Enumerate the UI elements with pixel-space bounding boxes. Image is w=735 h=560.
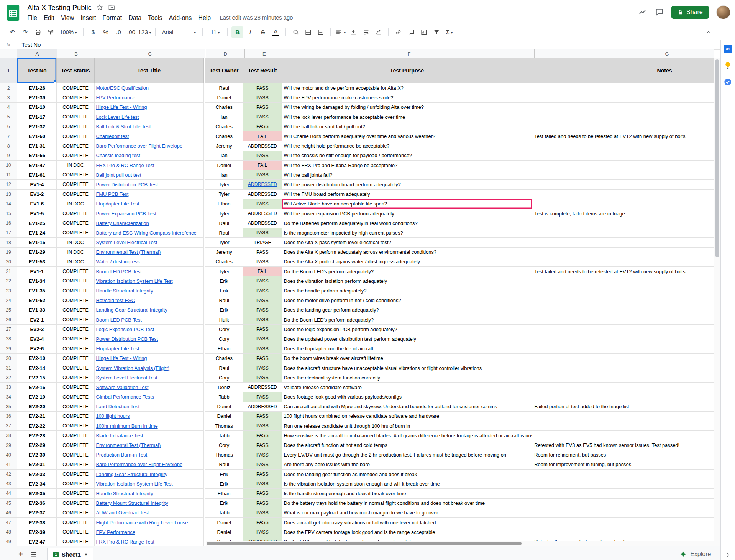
cell-B41[interactable]: COMPLETE [57,460,94,470]
cell-A39[interactable]: EV2-29 [17,440,57,450]
row-header-4[interactable]: 4 [0,103,17,112]
cell-B45[interactable]: COMPLETE [57,499,94,508]
strikethrough-button[interactable]: S [257,26,269,38]
cell-F32[interactable]: Does the electrical system function corr… [282,373,533,383]
cell-F3[interactable]: Will the FPV performance make customers … [282,93,533,103]
sheets-logo[interactable] [7,4,20,21]
test-title-link[interactable]: Vibration Isolation System Life Test [96,481,172,487]
cell-B37[interactable]: COMPLETE [57,421,94,431]
row-header-33[interactable]: 33 [0,383,17,392]
horizontal-scrollbar[interactable] [206,541,714,547]
cell-C32[interactable]: System Level Electrical Test [95,373,204,383]
cell-A22[interactable]: EV1-34 [17,276,57,286]
cell-D22[interactable]: Erik [205,276,243,286]
cell-E7[interactable]: FAIL [243,131,282,141]
cell-F9[interactable]: Will the chassis be stiff enough for pay… [282,151,533,161]
cell-B48[interactable]: COMPLETE [57,527,94,537]
cell-B27[interactable]: COMPLETE [57,325,94,334]
row-header-42[interactable]: 42 [0,470,17,479]
insert-comment-button[interactable] [405,26,417,38]
cell-B15[interactable]: COMPLETE [57,209,94,218]
cell-A29[interactable]: EV2-6 [17,344,57,354]
cell-D13[interactable]: Tyler [205,190,243,199]
decrease-decimal-button[interactable]: .0 [113,26,125,38]
sheet-tab-sheet1[interactable]: 1 Sheet1 ▾ [47,548,93,560]
activity-icon[interactable] [638,8,647,16]
cell-D42[interactable]: Erik [205,470,243,479]
cell-C29[interactable]: Flopdapter Life Test [95,344,204,354]
cell-C6[interactable]: Ball Link & Strut Life Test [95,122,204,131]
cell-F19[interactable]: Does the Alta X perform adequately acros… [282,248,533,257]
cell-G22[interactable] [532,276,714,286]
formula-input[interactable]: Test No [17,42,720,48]
cell-G14[interactable] [532,199,714,209]
cell-E47[interactable]: PASS [243,518,282,527]
cell-D48[interactable]: Daniel [205,527,243,537]
cell-F18[interactable]: Does the Alta X pass system level electr… [282,238,533,247]
cell-A8[interactable]: EV1-31 [17,141,57,151]
cell-F16[interactable]: Do the Batteries perform adequately in r… [282,218,533,228]
cell-G5[interactable] [532,112,714,122]
cell-F34[interactable]: Does footage look good with various payl… [282,392,533,402]
cell-F25[interactable]: Does the landing gear perform adequately… [282,305,533,315]
cell-A30[interactable]: EV2-10 [17,354,57,363]
cell-F37[interactable]: Run one release candidate unit through 1… [282,421,533,431]
text-wrap-button[interactable] [360,26,372,38]
menu-view[interactable]: View [57,14,77,22]
row-header-20[interactable]: 20 [0,257,17,267]
row-header-12[interactable]: 12 [0,180,17,189]
cell-B14[interactable]: IN DOC [57,199,94,209]
cell-A35[interactable]: EV2-20 [17,402,57,412]
cell-B35[interactable]: COMPLETE [57,402,94,412]
row-header-22[interactable]: 22 [0,276,17,286]
test-title-link[interactable]: Water / dust ingress [96,259,139,264]
test-title-link[interactable]: Handle Structural Integrity [96,491,153,496]
test-title-link[interactable]: Hot/cold test ESC [96,297,135,303]
row-header-38[interactable]: 38 [0,431,17,440]
cell-C14[interactable]: Flopdapter Life Test [95,199,204,209]
star-icon[interactable] [96,4,103,11]
cell-G34[interactable] [532,392,714,402]
row-header-30[interactable]: 30 [0,354,17,363]
cell-C10[interactable]: FRX Pro & RC Range Test [95,161,204,170]
all-sheets-button[interactable] [27,548,40,560]
cell-E8[interactable]: ADDRESSED [243,141,282,151]
cell-F31[interactable]: Does the aircraft structure have unaccep… [282,363,533,373]
cell-E45[interactable]: PASS [243,499,282,508]
insert-chart-button[interactable] [418,26,430,38]
cell-G12[interactable] [532,180,714,189]
cell-G47[interactable] [532,518,714,527]
cell-A17[interactable]: EV1-24 [17,228,57,238]
row-header-16[interactable]: 16 [0,218,17,228]
cell-B16[interactable]: COMPLETE [57,218,94,228]
cell-C20[interactable]: Water / dust ingress [95,257,204,267]
collapse-toolbar-button[interactable] [702,27,714,38]
cell-E4[interactable]: PASS [243,103,282,112]
cell-D11[interactable]: Ian [205,170,243,180]
cell-A21[interactable]: EV1-1 [17,267,57,276]
cell-D3[interactable]: Daniel [205,93,243,103]
cell-B32[interactable]: COMPLETE [57,373,94,383]
test-title-link[interactable]: System Vibration Analysis (Flight) [96,365,169,371]
cell-E1[interactable]: Test Result [243,58,282,83]
cell-E41[interactable]: PASS [243,460,282,470]
cell-G43[interactable] [532,479,714,489]
cell-G19[interactable] [532,248,714,257]
row-header-40[interactable]: 40 [0,450,17,460]
vertical-scrollbar[interactable] [714,58,720,546]
test-title-link[interactable]: Blade Imbalance Test [96,433,143,438]
explore-button[interactable]: Explore [676,548,715,560]
cell-D2[interactable]: Raul [205,83,243,93]
cell-B47[interactable]: COMPLETE [57,518,94,527]
cell-C45[interactable]: Battery Mount Structural Integrity [95,499,204,508]
cell-B2[interactable]: COMPLETE [57,83,94,93]
test-title-link[interactable]: Landing Gear Structural Integrity [96,471,167,477]
cell-D18[interactable]: Tyler [205,238,243,247]
font-size-select[interactable]: 11▾ [207,26,223,38]
cell-D1[interactable]: Test Owner [205,58,243,83]
cell-C43[interactable]: Vibration Isolation System Life Test [95,479,204,489]
cell-G32[interactable] [532,373,714,383]
cell-B17[interactable]: COMPLETE [57,228,94,238]
cell-C39[interactable]: Environmental Test (Thermal) [95,440,204,450]
test-title-link[interactable]: 100hr minimum Burn in time [96,423,158,429]
